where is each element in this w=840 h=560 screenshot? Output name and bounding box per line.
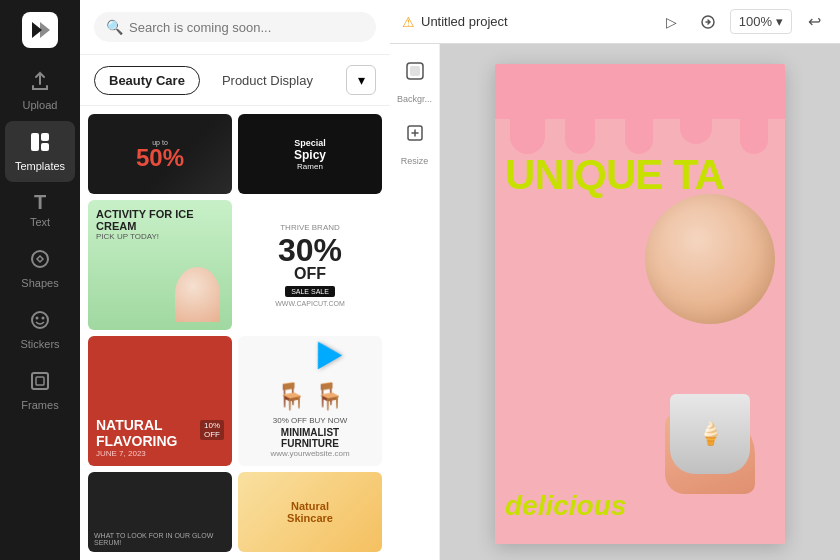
card-spicy-line1: Special	[294, 138, 326, 148]
drip-4	[680, 84, 712, 144]
zoom-level: 100%	[739, 14, 772, 29]
undo-button[interactable]: ↩	[800, 8, 828, 36]
template-card-dark-50[interactable]: up to 50%	[88, 114, 232, 194]
sidebar-item-text[interactable]: T Text	[5, 182, 75, 238]
sidebar-item-upload[interactable]: Upload	[5, 60, 75, 121]
shapes-icon	[29, 248, 51, 273]
svg-point-5	[32, 312, 48, 328]
chevron-down-icon: ▾	[358, 72, 365, 88]
editor-area: ⚠ Untitled project ▷ 100% ▾ ↩	[390, 0, 840, 560]
filter-beauty-care[interactable]: Beauty Care	[94, 66, 200, 95]
svg-point-7	[42, 317, 45, 320]
svg-point-4	[32, 251, 48, 267]
drip-container	[495, 64, 785, 159]
topbar-actions: ▷ 100% ▾ ↩	[658, 8, 828, 36]
templates-icon	[29, 131, 51, 156]
filter-bar: Beauty Care Product Display ▾	[80, 55, 390, 106]
upload-icon	[29, 70, 51, 95]
template-card-30off[interactable]: THRIVE BRAND 30% OFF SALE SALE WWW.CAPIC…	[238, 200, 382, 330]
drip-3	[625, 104, 653, 154]
play-button[interactable]: ▷	[658, 8, 686, 36]
svg-point-6	[36, 317, 39, 320]
template-card-furniture[interactable]: 🪑 🪑 30% OFF BUY NOW MINIMALISTFURNITURE …	[238, 336, 382, 466]
card-30off-pct: 30%	[278, 234, 342, 266]
card-website: WWW.CAPICUT.COM	[275, 300, 345, 307]
resize-tool[interactable]	[396, 114, 434, 152]
card-natural-title: NATURALFLAVORING	[96, 418, 177, 449]
sidebar-item-shapes[interactable]: Shapes	[5, 238, 75, 299]
card-spicy-line2: Spicy	[294, 148, 326, 162]
share-button[interactable]	[694, 8, 722, 36]
project-name[interactable]: Untitled project	[421, 14, 508, 29]
sidebar-shapes-label: Shapes	[21, 277, 58, 289]
sidebar-item-templates[interactable]: Templates	[5, 121, 75, 182]
svg-rect-12	[410, 66, 420, 76]
canvas-subtext: delicious	[505, 490, 626, 522]
cup-logo-icon: 🍦	[697, 421, 724, 447]
card-natural-date: JUNE 7, 2023	[96, 449, 177, 458]
card-furniture-title: MINIMALISTFURNITURE	[281, 427, 339, 449]
template-card-golden[interactable]: NaturalSkincare	[238, 472, 382, 552]
stickers-icon	[29, 309, 51, 334]
svg-rect-2	[41, 133, 49, 141]
templates-grid: up to 50% Special Spicy Ramen ACTIVITY F…	[80, 106, 390, 560]
sidebar: Upload Templates T Text Shapes	[0, 0, 80, 560]
drip-5	[740, 109, 768, 154]
card-icecream-sub: PICK UP TODAY!	[96, 232, 224, 241]
editor-body: Backgr... Resize	[390, 44, 840, 560]
sidebar-templates-label: Templates	[15, 160, 65, 172]
chair-icon-2: 🪑	[313, 381, 345, 412]
card-furniture-sub: www.yourwebsite.com	[270, 449, 349, 458]
canvas-design[interactable]: UNIQUE TA 🍦 delicious	[495, 64, 785, 544]
search-input-wrap[interactable]: 🔍	[94, 12, 376, 42]
svg-rect-3	[41, 143, 49, 151]
card-big-num: 50%	[136, 146, 184, 170]
text-icon: T	[34, 192, 46, 212]
canvas-cup-hand: 🍦	[655, 384, 765, 494]
search-icon: 🔍	[106, 19, 123, 35]
editor-topbar: ⚠ Untitled project ▷ 100% ▾ ↩	[390, 0, 840, 44]
filter-product-display[interactable]: Product Display	[208, 67, 327, 94]
template-card-brand-dark[interactable]: WHAT TO LOOK FOR IN OUR GLOW SERUM!	[88, 472, 232, 552]
cup: 🍦	[670, 394, 750, 474]
sidebar-item-frames[interactable]: Frames	[5, 360, 75, 421]
filter-dropdown-btn[interactable]: ▾	[346, 65, 376, 95]
app-logo[interactable]	[20, 10, 60, 50]
drip-1	[510, 99, 545, 154]
card-icecream-title: ACTIVITY FOR ICE CREAM	[96, 208, 224, 232]
chair-icon-1: 🪑	[275, 381, 307, 412]
card-30off-badge: SALE SALE	[285, 286, 335, 297]
project-name-section: ⚠ Untitled project	[402, 14, 508, 30]
svg-rect-8	[32, 373, 48, 389]
sidebar-frames-label: Frames	[21, 399, 58, 411]
search-input[interactable]	[129, 20, 364, 35]
card-golden-label: NaturalSkincare	[287, 500, 333, 524]
svg-rect-1	[31, 133, 39, 151]
card-spicy-line3: Ramen	[297, 162, 323, 171]
side-tools-panel: Backgr... Resize	[390, 44, 440, 560]
template-card-natural[interactable]: NATURALFLAVORING JUNE 7, 2023 10%OFF	[88, 336, 232, 466]
furniture-chairs: 🪑 🪑	[275, 381, 345, 412]
background-tool-label: Backgr...	[397, 94, 432, 104]
sidebar-text-label: Text	[30, 216, 50, 228]
card-30off-sticker: 30% OFF BUY NOW	[273, 416, 348, 425]
resize-tool-label: Resize	[401, 156, 429, 166]
card-natural-badge: 10%OFF	[200, 420, 224, 440]
zoom-chevron-icon: ▾	[776, 14, 783, 29]
search-bar: 🔍	[80, 0, 390, 55]
sidebar-item-stickers[interactable]: Stickers	[5, 299, 75, 360]
card-30off-off: OFF	[294, 266, 326, 282]
template-card-spicy-ramen[interactable]: Special Spicy Ramen	[238, 114, 382, 194]
sidebar-upload-label: Upload	[23, 99, 58, 111]
background-tool[interactable]	[396, 52, 434, 90]
card-brand-dark-label: WHAT TO LOOK FOR IN OUR GLOW SERUM!	[94, 532, 226, 546]
template-card-icecream[interactable]: ACTIVITY FOR ICE CREAM PICK UP TODAY!	[88, 200, 232, 330]
card-brand-name: THRIVE BRAND	[280, 223, 340, 232]
drip-2	[565, 89, 595, 154]
canvas-headline: UNIQUE TA	[505, 154, 724, 196]
canvas-icecream-scoop	[645, 194, 775, 324]
templates-panel: 🔍 Beauty Care Product Display ▾ up to 50…	[80, 0, 390, 560]
canvas-area: UNIQUE TA 🍦 delicious	[440, 44, 840, 560]
sidebar-stickers-label: Stickers	[20, 338, 59, 350]
zoom-control[interactable]: 100% ▾	[730, 9, 792, 34]
